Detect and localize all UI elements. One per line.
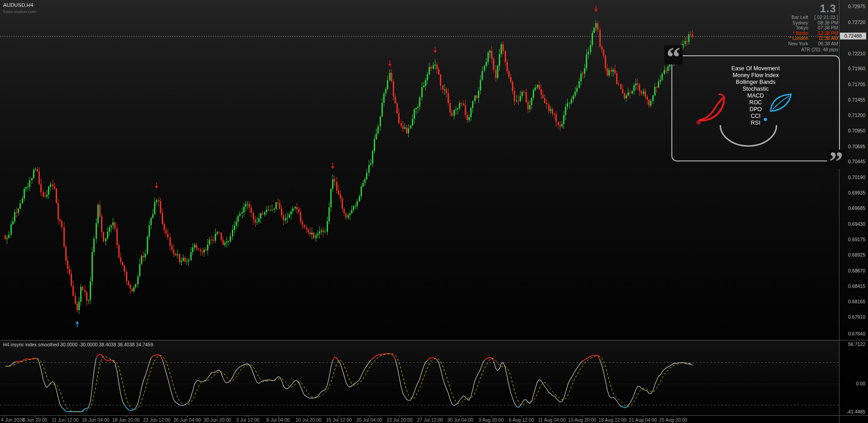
- session-name: * London: [789, 36, 808, 41]
- logo-indicator-name: Stochastic: [672, 86, 839, 92]
- time-axis-label: 30 Jun 20:00: [204, 417, 231, 423]
- oscillator-canvas[interactable]: [0, 340, 839, 415]
- time-axis-label: 23 Jun 12:00: [143, 417, 171, 423]
- price-scale-label: 0.71705: [848, 82, 865, 87]
- session-row-london: * London11:38 AM: [725, 36, 838, 41]
- panel-resize-separator[interactable]: [0, 340, 868, 340]
- session-name: Bar Left: [791, 15, 808, 20]
- session-time: 07:38 PM: [808, 25, 838, 31]
- price-scale-label: 0.72720: [848, 19, 865, 25]
- session-time: [ 02:21:33 ]: [808, 15, 838, 20]
- watermark-site-label: forex-station.com: [3, 9, 36, 14]
- time-axis-label: 26 Jun 04:00: [174, 417, 201, 423]
- price-scale-label: 0.67640: [848, 331, 865, 336]
- logo-indicator-name: Bollinger Bands: [672, 79, 839, 86]
- time-axis-label: 18 Aug 12:00: [598, 417, 627, 423]
- logo-indicator-name: Money Flow Index: [672, 72, 839, 79]
- time-axis-label: 11 Aug 04:00: [538, 417, 565, 423]
- time-axis-label: 25 Aug 20:00: [659, 417, 687, 423]
- quote-close-icon: ”: [827, 150, 845, 169]
- dot-icon: [764, 118, 767, 121]
- session-row-new-york: New York06:38 AM: [725, 41, 838, 47]
- session-row-bar-left: Bar Left[ 02:21:33 ]: [725, 15, 838, 20]
- current-price-box: 0.72488: [840, 33, 866, 39]
- big-number-label: 1.3: [820, 2, 836, 15]
- time-axis-label: 8 Jul 04:00: [266, 417, 289, 423]
- price-scale-label: 0.70445: [848, 159, 865, 164]
- oscillator-scale-min: -41.4485: [847, 409, 865, 414]
- session-time: 11:38 AM: [808, 36, 838, 41]
- time-axis-label: 3 Jul 12:00: [236, 417, 259, 423]
- price-scale-label: 0.69685: [848, 205, 865, 211]
- price-scale-label: 0.71455: [848, 97, 865, 102]
- session-name: Tokyo: [796, 25, 808, 31]
- logo-indicator-name: Ease Of Movement: [672, 65, 839, 72]
- time-axis-label: 3 Aug 20:00: [478, 417, 504, 423]
- oscillator-title: H4 insync index smoothed 30.0000 -30.000…: [3, 342, 153, 347]
- price-scale-label: 0.72210: [848, 51, 865, 56]
- price-scale-label: 0.71960: [848, 66, 865, 71]
- forex-station-logo-box: “ ” Ease Of MovementMoney Flow IndexBoll…: [671, 55, 840, 161]
- oscillator-scale-zero: 0.00: [856, 381, 865, 386]
- time-axis-label: 30 Jul 04:00: [447, 417, 473, 423]
- time-axis-label: 8 Jun 20:00: [23, 417, 48, 423]
- bowl-icon: [719, 123, 778, 148]
- time-axis-label: 20 Jul 04:00: [356, 417, 382, 423]
- time-axis-label: 4 Jun 2020: [1, 417, 24, 423]
- quote-open-icon: “: [664, 45, 683, 64]
- time-axis-label: 11 Jun 12:00: [52, 417, 79, 423]
- oscillator-scale-max: 56.7122: [848, 341, 865, 347]
- session-name: New York: [788, 41, 808, 47]
- price-scale-label: 0.70950: [848, 128, 865, 133]
- symbol-period-label: AUDUSD,H4: [3, 2, 33, 8]
- price-scale-label: 0.71200: [848, 112, 865, 118]
- time-axis-label: 27 Jul 12:00: [417, 417, 443, 423]
- session-row-tokyo: Tokyo07:38 PM: [725, 25, 838, 31]
- price-chart-canvas[interactable]: [0, 0, 839, 340]
- price-scale-label: 0.69935: [848, 190, 865, 195]
- time-axis-label: 16 Jun 04:00: [82, 417, 110, 423]
- time-axis-label: 13 Aug 20:00: [568, 417, 596, 423]
- price-scale-label: 0.70695: [848, 144, 865, 149]
- mt4-chart-window: AUDUSD,H4 forex-station.com 0.729750.727…: [0, 0, 868, 423]
- price-scale-label: 0.68670: [848, 268, 865, 273]
- market-sessions-panel: Bar Left[ 02:21:33 ]Sydney08:38 PMTokyo0…: [725, 15, 838, 46]
- time-axis-label: 10 Jul 20:00: [295, 417, 321, 423]
- price-scale-label: 0.67910: [848, 314, 865, 320]
- time-axis-label: 15 Jul 12:00: [326, 417, 352, 423]
- price-scale-label: 0.70190: [848, 175, 865, 180]
- leaf-icon: [768, 92, 793, 113]
- time-axis-label: 18 Jun 20:00: [112, 417, 140, 423]
- price-scale-label: 0.68165: [848, 299, 865, 304]
- time-axis-label: 21 Aug 04:00: [629, 417, 657, 423]
- time-axis[interactable]: 4 Jun 20208 Jun 20:0011 Jun 12:0016 Jun …: [0, 416, 839, 423]
- chili-icon: [696, 93, 728, 125]
- price-scale-label: 0.69430: [848, 221, 865, 227]
- price-scale-label: 0.69175: [848, 237, 865, 242]
- time-axis-label: 6 Aug 12:00: [509, 417, 534, 423]
- price-scale-label: 0.72975: [848, 4, 865, 9]
- price-scale-label: 0.68415: [848, 283, 865, 289]
- price-scale-label: 0.68925: [848, 252, 865, 258]
- atr-label: ATR (20): 48 pips: [801, 47, 838, 52]
- session-time: 06:38 AM: [808, 41, 838, 47]
- time-axis-label: 22 Jul 20:00: [386, 417, 412, 423]
